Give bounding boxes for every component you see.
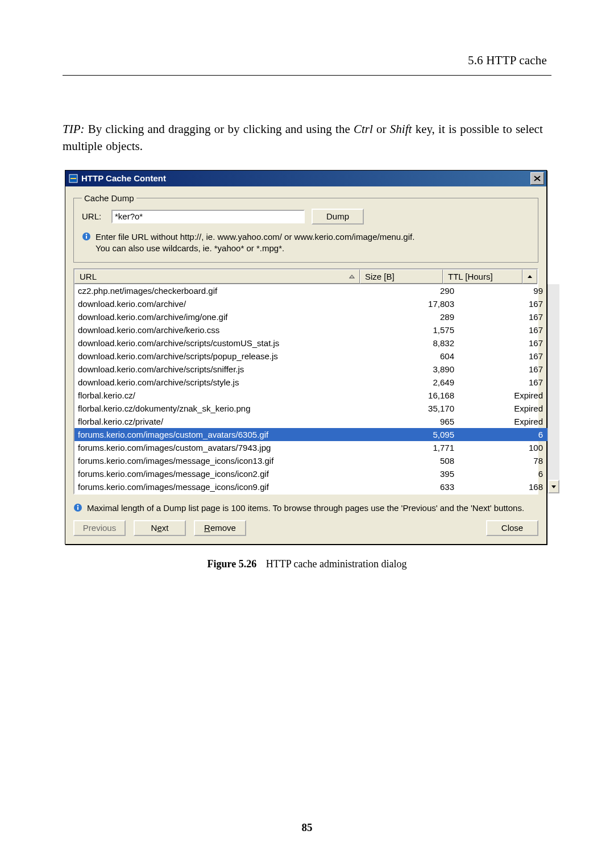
header-rule bbox=[63, 75, 551, 76]
cell-size: 289 bbox=[367, 310, 459, 323]
http-cache-dialog: HTTP Cache Content Cache Dump URL: Dump bbox=[65, 170, 547, 545]
cell-size: 965 bbox=[367, 415, 459, 428]
cell-ttl: Expired bbox=[459, 415, 547, 428]
cell-ttl: 100 bbox=[459, 441, 547, 454]
cell-ttl: 6 bbox=[459, 428, 547, 441]
cell-url: download.kerio.com/archive/scripts/custo… bbox=[74, 337, 367, 350]
url-label: URL: bbox=[82, 211, 105, 221]
table-row[interactable]: download.kerio.com/archive/scripts/style… bbox=[74, 376, 547, 389]
cell-ttl: 168 bbox=[459, 480, 547, 493]
cell-size: 17,803 bbox=[367, 297, 459, 310]
cell-url: forums.kerio.com/images/custom_avatars/6… bbox=[74, 428, 367, 441]
cell-size: 1,575 bbox=[367, 323, 459, 337]
previous-button[interactable]: Previous bbox=[73, 520, 126, 536]
svg-point-3 bbox=[86, 234, 88, 235]
svg-rect-1 bbox=[70, 178, 76, 179]
tip-paragraph: TIP: By clicking and dragging or by clic… bbox=[63, 121, 551, 155]
svg-point-6 bbox=[77, 505, 79, 507]
table-row[interactable]: download.kerio.com/archive/17,803167 bbox=[74, 297, 547, 310]
cell-size: 5,095 bbox=[367, 428, 459, 441]
column-ttl[interactable]: TTL [Hours] bbox=[443, 269, 522, 284]
chevron-down-icon bbox=[551, 484, 557, 489]
table-row[interactable]: download.kerio.com/archive/scripts/popup… bbox=[74, 350, 547, 363]
cell-url: download.kerio.com/archive/ bbox=[74, 297, 367, 310]
info-icon bbox=[73, 503, 82, 512]
info-icon bbox=[82, 232, 91, 241]
app-icon bbox=[69, 174, 78, 183]
svg-rect-7 bbox=[77, 507, 78, 510]
cell-size: 1,771 bbox=[367, 441, 459, 454]
scroll-top-button[interactable] bbox=[522, 269, 537, 284]
cell-url: cz2.php.net/images/checkerboard.gif bbox=[74, 284, 367, 297]
column-size[interactable]: Size [B] bbox=[360, 269, 443, 284]
vertical-scrollbar[interactable] bbox=[547, 284, 559, 493]
cell-ttl: Expired bbox=[459, 402, 547, 415]
cell-size: 633 bbox=[367, 480, 459, 493]
cell-url: florbal.kerio.cz/dokumenty/znak_sk_kerio… bbox=[74, 402, 367, 415]
cell-url: florbal.kerio.cz/private/ bbox=[74, 415, 367, 428]
page-number: 85 bbox=[0, 821, 614, 834]
scroll-down-button[interactable] bbox=[548, 480, 559, 493]
cell-url: florbal.kerio.cz/ bbox=[74, 389, 367, 402]
tip-label: TIP: bbox=[63, 122, 85, 136]
cell-ttl: 167 bbox=[459, 297, 547, 310]
cell-ttl: 167 bbox=[459, 337, 547, 350]
window-close-button[interactable] bbox=[530, 172, 544, 185]
svg-rect-4 bbox=[86, 236, 87, 239]
chevron-up-icon bbox=[527, 274, 533, 280]
table-row[interactable]: forums.kerio.com/images/custom_avatars/7… bbox=[74, 441, 547, 454]
url-input[interactable] bbox=[111, 210, 305, 223]
cell-ttl: 167 bbox=[459, 363, 547, 376]
cell-ttl: 167 bbox=[459, 323, 547, 337]
cell-size: 604 bbox=[367, 350, 459, 363]
listview-header[interactable]: URL Size [B] TTL [Hours] bbox=[74, 269, 537, 284]
dialog-title: HTTP Cache Content bbox=[81, 173, 166, 183]
close-icon bbox=[534, 176, 541, 181]
cell-ttl: 167 bbox=[459, 376, 547, 389]
table-row[interactable]: forums.kerio.com/images/custom_avatars/6… bbox=[74, 428, 547, 441]
cell-url: forums.kerio.com/images/message_icons/ic… bbox=[74, 480, 367, 493]
next-button[interactable]: Next bbox=[134, 520, 186, 536]
cell-url: forums.kerio.com/images/custom_avatars/7… bbox=[74, 441, 367, 454]
titlebar[interactable]: HTTP Cache Content bbox=[65, 171, 546, 186]
cell-size: 290 bbox=[367, 284, 459, 297]
cell-ttl: 78 bbox=[459, 454, 547, 467]
table-row[interactable]: florbal.kerio.cz/dokumenty/znak_sk_kerio… bbox=[74, 402, 547, 415]
cell-size: 16,168 bbox=[367, 389, 459, 402]
cache-listview[interactable]: URL Size [B] TTL [Hours] bbox=[73, 268, 538, 495]
cell-size: 8,832 bbox=[367, 337, 459, 350]
cache-dump-group: Cache Dump URL: Dump Enter fil bbox=[73, 193, 538, 263]
cache-dump-legend: Cache Dump bbox=[82, 193, 136, 203]
cell-url: download.kerio.com/archive/img/one.gif bbox=[74, 310, 367, 323]
remove-button[interactable]: Remove bbox=[194, 520, 246, 536]
cell-url: forums.kerio.com/images/message_icons/ic… bbox=[74, 454, 367, 467]
cell-url: download.kerio.com/archive/scripts/style… bbox=[74, 376, 367, 389]
cell-size: 508 bbox=[367, 454, 459, 467]
cell-url: forums.kerio.com/images/message_icons/ic… bbox=[74, 467, 367, 480]
table-row[interactable]: download.kerio.com/archive/img/one.gif28… bbox=[74, 310, 547, 323]
hint-line: Enter file URL without http://, ie. www.… bbox=[82, 231, 530, 255]
table-row[interactable]: download.kerio.com/archive/scripts/custo… bbox=[74, 337, 547, 350]
running-header: 5.6 HTTP cache bbox=[468, 53, 547, 68]
cell-size: 395 bbox=[367, 467, 459, 480]
cell-size: 3,890 bbox=[367, 363, 459, 376]
close-button[interactable]: Close bbox=[486, 520, 538, 536]
cell-url: download.kerio.com/archive/scripts/sniff… bbox=[74, 363, 367, 376]
sort-asc-icon bbox=[349, 274, 355, 280]
table-row[interactable]: forums.kerio.com/images/message_icons/ic… bbox=[74, 480, 547, 493]
figure-caption: Figure 5.26 HTTP cache administration di… bbox=[63, 558, 551, 570]
dump-button[interactable]: Dump bbox=[312, 209, 364, 225]
cell-ttl: 167 bbox=[459, 310, 547, 323]
cell-ttl: 167 bbox=[459, 350, 547, 363]
cell-ttl: 99 bbox=[459, 284, 547, 297]
table-row[interactable]: florbal.kerio.cz/private/965Expired bbox=[74, 415, 547, 428]
table-row[interactable]: forums.kerio.com/images/message_icons/ic… bbox=[74, 467, 547, 480]
cell-ttl: 6 bbox=[459, 467, 547, 480]
column-url[interactable]: URL bbox=[74, 269, 360, 284]
table-row[interactable]: cz2.php.net/images/checkerboard.gif29099 bbox=[74, 284, 547, 297]
table-row[interactable]: forums.kerio.com/images/message_icons/ic… bbox=[74, 454, 547, 467]
table-row[interactable]: download.kerio.com/archive/scripts/sniff… bbox=[74, 363, 547, 376]
table-row[interactable]: florbal.kerio.cz/16,168Expired bbox=[74, 389, 547, 402]
table-row[interactable]: download.kerio.com/archive/kerio.css1,57… bbox=[74, 323, 547, 337]
cell-url: download.kerio.com/archive/scripts/popup… bbox=[74, 350, 367, 363]
